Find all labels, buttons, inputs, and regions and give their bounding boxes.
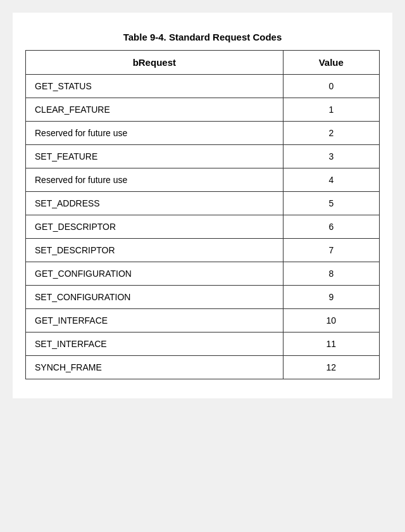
cell-value-9: 9 (283, 286, 379, 309)
cell-value-12: 12 (283, 356, 379, 379)
cell-value-8: 8 (283, 262, 379, 286)
cell-request-3: SET_FEATURE (26, 145, 284, 168)
table-row: CLEAR_FEATURE1 (26, 98, 380, 122)
cell-request-12: SYNCH_FRAME (26, 356, 284, 379)
cell-request-0: GET_STATUS (26, 75, 284, 98)
page-container: Table 9-4. Standard Request Codes bReque… (13, 13, 392, 398)
cell-value-7: 7 (283, 239, 379, 262)
cell-request-1: CLEAR_FEATURE (26, 98, 284, 122)
cell-request-11: SET_INTERFACE (26, 332, 284, 356)
cell-request-5: SET_ADDRESS (26, 192, 284, 215)
table-row: GET_CONFIGURATION8 (26, 262, 380, 286)
standard-request-codes-table: bRequest Value GET_STATUS0CLEAR_FEATURE1… (25, 50, 380, 379)
table-row: Reserved for future use2 (26, 122, 380, 145)
cell-request-8: GET_CONFIGURATION (26, 262, 284, 286)
cell-request-9: SET_CONFIGURATION (26, 286, 284, 309)
table-row: SYNCH_FRAME12 (26, 356, 380, 379)
column-header-brequest: bRequest (26, 51, 284, 75)
cell-request-10: GET_INTERFACE (26, 309, 284, 332)
cell-value-6: 6 (283, 215, 379, 239)
table-row: SET_INTERFACE11 (26, 332, 380, 356)
table-row: GET_DESCRIPTOR6 (26, 215, 380, 239)
table-row: SET_FEATURE3 (26, 145, 380, 168)
cell-value-3: 3 (283, 145, 379, 168)
cell-value-11: 11 (283, 332, 379, 356)
cell-request-4: Reserved for future use (26, 168, 284, 192)
cell-value-2: 2 (283, 122, 379, 145)
cell-request-6: GET_DESCRIPTOR (26, 215, 284, 239)
cell-request-2: Reserved for future use (26, 122, 284, 145)
cell-value-0: 0 (283, 75, 379, 98)
cell-request-7: SET_DESCRIPTOR (26, 239, 284, 262)
cell-value-10: 10 (283, 309, 379, 332)
table-row: SET_ADDRESS5 (26, 192, 380, 215)
table-row: SET_CONFIGURATION9 (26, 286, 380, 309)
table-row: SET_DESCRIPTOR7 (26, 239, 380, 262)
column-header-value: Value (283, 51, 379, 75)
table-header-row: bRequest Value (26, 51, 380, 75)
table-row: Reserved for future use4 (26, 168, 380, 192)
table-row: GET_INTERFACE10 (26, 309, 380, 332)
table-title: Table 9-4. Standard Request Codes (25, 32, 380, 42)
cell-value-1: 1 (283, 98, 379, 122)
cell-value-5: 5 (283, 192, 379, 215)
cell-value-4: 4 (283, 168, 379, 192)
table-row: GET_STATUS0 (26, 75, 380, 98)
